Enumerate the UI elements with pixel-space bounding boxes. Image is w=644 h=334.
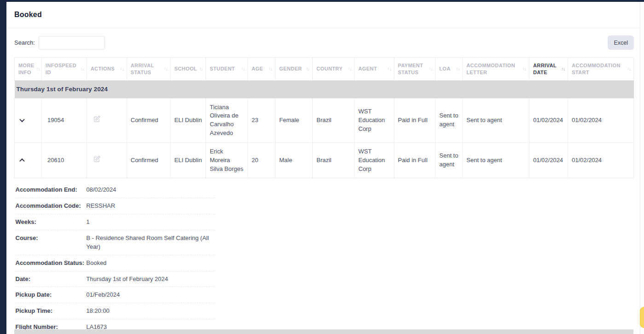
cell-country: Brazil bbox=[313, 98, 355, 142]
col-header-accommodation-letter[interactable]: ACCOMMODATION LETTER↑↓ bbox=[463, 58, 529, 81]
detail-label: Accommodation Code: bbox=[16, 202, 86, 211]
detail-field: Accommodation Code:RESSHAR bbox=[16, 198, 214, 214]
col-header-arrival-status[interactable]: ARRIVAL STATUS↑↓ bbox=[127, 58, 171, 81]
cell-infospeed-id: 19054 bbox=[42, 98, 87, 142]
cell-agent: WST Education Corp bbox=[355, 142, 394, 178]
excel-export-button[interactable]: Excel bbox=[608, 35, 634, 50]
cell-arrival-status: Confirmed bbox=[127, 142, 171, 178]
col-header-agent[interactable]: AGENT↑↓ bbox=[355, 58, 394, 81]
detail-label: Pickup Time: bbox=[16, 307, 86, 316]
sort-icon: ↑↓ bbox=[304, 66, 310, 71]
detail-field: Date:Thursday 1st of February 2024 bbox=[16, 271, 214, 287]
cell-school: ELI Dublin bbox=[171, 98, 206, 142]
detail-label: Date: bbox=[16, 275, 86, 284]
col-header-school[interactable]: SCHOOL↑↓ bbox=[171, 58, 206, 81]
detail-value: 18:20:00 bbox=[86, 307, 110, 316]
sort-icon: ↑↓ bbox=[78, 66, 84, 71]
collapse-row-chevron-up-icon[interactable] bbox=[19, 158, 24, 164]
cell-loa: Sent to agent bbox=[436, 142, 463, 178]
sort-icon: ↑↓ bbox=[625, 66, 631, 71]
cell-student: Erick Moreira Silva Borges bbox=[206, 142, 248, 178]
sort-icon: ↑↓ bbox=[346, 66, 351, 71]
cell-age: 23 bbox=[248, 98, 276, 142]
card-header: Booked bbox=[6, 2, 640, 28]
detail-value: 08/02/2024 bbox=[86, 186, 116, 194]
cell-country: Brazil bbox=[313, 142, 355, 178]
cell-arrival-status: Confirmed bbox=[127, 98, 171, 142]
sort-icon: ↑↓ bbox=[427, 66, 432, 71]
search-input[interactable] bbox=[39, 36, 105, 50]
date-group-header-row: Thursday 1st of February 2024 bbox=[15, 81, 634, 99]
table-toolbar: Search: Excel bbox=[6, 28, 640, 57]
cell-gender: Male bbox=[276, 142, 313, 178]
sort-icon: ↑↓ bbox=[385, 66, 391, 71]
detail-field: Weeks:1 bbox=[16, 214, 214, 230]
page-title: Booked bbox=[14, 11, 42, 19]
cell-accommodation-start: 01/02/2024 bbox=[568, 98, 634, 142]
sort-icon: ↑↓ bbox=[197, 66, 203, 71]
edit-booking-icon[interactable] bbox=[93, 116, 100, 123]
detail-label: Weeks: bbox=[16, 218, 86, 227]
cell-arrival-date: 01/02/2024 bbox=[529, 98, 568, 142]
col-header-country[interactable]: COUNTRY↑↓ bbox=[313, 58, 355, 81]
detail-label: Accommodation Status: bbox=[16, 259, 86, 268]
search-label: Search: bbox=[14, 39, 35, 46]
detail-value: Thursday 1st of February 2024 bbox=[86, 275, 168, 284]
detail-value: Booked bbox=[86, 259, 107, 268]
sort-icon: ↑↓ bbox=[521, 66, 526, 71]
cell-agent: WST Education Corp bbox=[355, 98, 394, 142]
col-header-arrival-date[interactable]: ARRIVAL DATE↑↓ bbox=[529, 58, 568, 81]
sort-icon: ↑↓ bbox=[267, 66, 272, 71]
col-header-loa[interactable]: LOA↑↓ bbox=[436, 58, 463, 81]
floating-action-button[interactable] bbox=[640, 307, 644, 328]
page-right-gutter bbox=[640, 2, 644, 334]
sort-icon: ↑↓ bbox=[239, 66, 245, 71]
detail-label: Course: bbox=[16, 234, 86, 243]
detail-label: Pickup Date: bbox=[16, 291, 86, 299]
cell-accommodation-start: 01/02/2024 bbox=[568, 142, 634, 178]
sort-icon: ↑↓ bbox=[454, 66, 460, 71]
cell-loa: Sent to agent bbox=[436, 98, 463, 142]
cell-accommodation-letter: Sent to agent bbox=[463, 142, 529, 178]
expand-row-chevron-down-icon[interactable] bbox=[19, 117, 24, 122]
booked-card: Booked Search: Excel MORE INFO↑↓ INFOSPE… bbox=[6, 2, 640, 334]
cell-gender: Female bbox=[276, 98, 313, 142]
cell-arrival-date: 01/02/2024 bbox=[529, 142, 568, 178]
detail-value: RESSHAR bbox=[86, 202, 115, 211]
col-header-age[interactable]: AGE↑↓ bbox=[248, 58, 276, 81]
cell-payment-status: Paid in Full bbox=[394, 142, 436, 178]
col-header-actions[interactable]: ACTIONS↑↓ bbox=[87, 58, 127, 81]
detail-value: B - Residence Shared Room Self Catering … bbox=[86, 234, 214, 252]
table-row: 20610 Confirmed ELI Dublin Erick Moreira… bbox=[15, 142, 634, 178]
cell-accommodation-letter: Sent to agent bbox=[463, 98, 529, 142]
cell-school: ELI Dublin bbox=[171, 142, 206, 178]
detail-field: Course:B - Residence Shared Room Self Ca… bbox=[16, 230, 214, 255]
col-header-accommodation-start[interactable]: ACCOMMODATION START↑↓ bbox=[568, 58, 634, 81]
col-header-payment-status[interactable]: PAYMENT STATUS↑↓ bbox=[394, 58, 436, 81]
cell-student: Ticiana Oliveira de Carvalho Azevedo bbox=[206, 98, 248, 142]
cell-age: 20 bbox=[248, 142, 276, 178]
edit-booking-icon[interactable] bbox=[93, 156, 100, 163]
detail-field: Pickup Date:01/Feb/2024 bbox=[16, 287, 214, 303]
detail-field: Pickup Time:18:20:00 bbox=[16, 303, 214, 319]
cell-payment-status: Paid in Full bbox=[394, 98, 436, 142]
date-group-header: Thursday 1st of February 2024 bbox=[15, 81, 634, 99]
detail-label: Accommodation End: bbox=[16, 186, 86, 194]
detail-value: 01/Feb/2024 bbox=[86, 291, 120, 299]
booking-detail-panel: Accommodation End:08/02/2024 Accommodati… bbox=[16, 182, 214, 334]
search-group: Search: bbox=[14, 36, 105, 50]
app-frame-left bbox=[0, 0, 6, 334]
detail-field: Accommodation End:08/02/2024 bbox=[16, 182, 214, 198]
col-header-student[interactable]: STUDENT↑↓ bbox=[206, 58, 248, 81]
sort-icon: ↑↓ bbox=[162, 66, 167, 71]
col-header-gender[interactable]: GENDER↑↓ bbox=[276, 58, 313, 81]
col-header-infospeed-id[interactable]: INFOSPEED ID↑↓ bbox=[42, 58, 87, 81]
sort-icon-active: ↑↓ bbox=[559, 66, 565, 71]
sort-icon: ↑↓ bbox=[34, 66, 40, 71]
expanded-detail-row: Accommodation End:08/02/2024 Accommodati… bbox=[15, 178, 634, 334]
cell-infospeed-id: 20610 bbox=[42, 142, 87, 178]
bookings-table: MORE INFO↑↓ INFOSPEED ID↑↓ ACTIONS↑↓ ARR… bbox=[14, 57, 634, 334]
table-header-row: MORE INFO↑↓ INFOSPEED ID↑↓ ACTIONS↑↓ ARR… bbox=[15, 58, 634, 81]
sort-icon: ↑↓ bbox=[118, 66, 124, 71]
col-header-more-info[interactable]: MORE INFO↑↓ bbox=[15, 58, 42, 81]
